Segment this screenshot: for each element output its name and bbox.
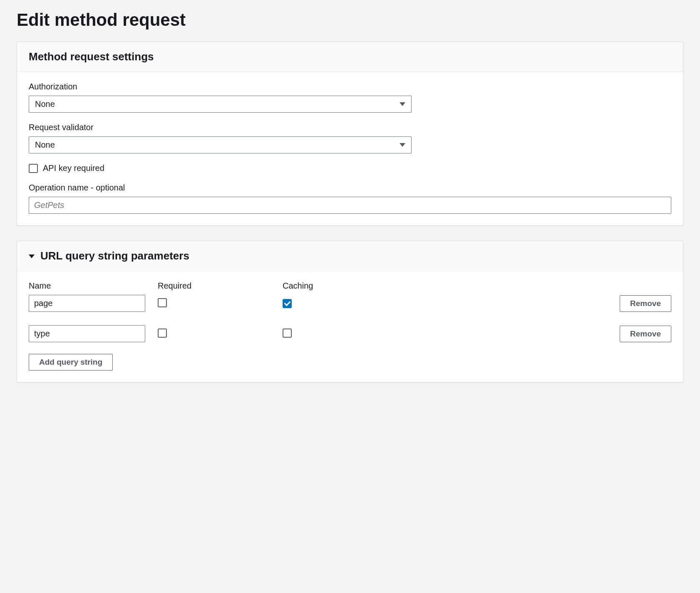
remove-query-param-button[interactable]: Remove (620, 295, 671, 312)
api-key-required-checkbox[interactable] (29, 164, 38, 173)
api-key-required-row: API key required (29, 163, 671, 173)
request-validator-select[interactable]: None (29, 136, 412, 153)
collapse-toggle[interactable] (29, 252, 35, 260)
panel-title: URL query string parameters (40, 250, 189, 262)
page-title: Edit method request (17, 10, 683, 30)
col-name-label: Name (29, 281, 149, 291)
query-param-row: Remove (29, 295, 671, 312)
request-validator-value: None (35, 140, 55, 150)
request-validator-label: Request validator (29, 123, 671, 132)
remove-query-param-button[interactable]: Remove (620, 326, 671, 342)
query-param-required-checkbox[interactable] (158, 329, 167, 338)
caret-down-icon (29, 254, 35, 258)
panel-body: Name Required Caching RemoveRemove Add q… (17, 271, 683, 382)
query-param-caching-checkbox[interactable] (283, 299, 292, 308)
operation-name-field: Operation name - optional (29, 183, 671, 214)
col-required-label: Required (158, 281, 274, 291)
method-request-settings-panel: Method request settings Authorization No… (17, 42, 683, 226)
operation-name-input[interactable] (29, 197, 671, 214)
query-param-caching-checkbox[interactable] (283, 329, 292, 338)
request-validator-field: Request validator None (29, 123, 671, 153)
operation-name-label: Operation name - optional (29, 183, 671, 193)
panel-title: Method request settings (29, 50, 154, 63)
api-key-required-label: API key required (43, 163, 104, 173)
query-param-row: Remove (29, 325, 671, 342)
authorization-value: None (35, 99, 55, 109)
caret-down-icon (400, 102, 405, 106)
url-query-string-parameters-panel: URL query string parameters Name Require… (17, 241, 683, 383)
authorization-field: Authorization None (29, 82, 671, 113)
panel-header: Method request settings (17, 42, 683, 72)
query-param-required-checkbox[interactable] (158, 298, 167, 307)
query-param-name-input[interactable] (29, 295, 145, 312)
caret-down-icon (400, 143, 405, 147)
add-query-string-button[interactable]: Add query string (29, 354, 113, 371)
panel-header: URL query string parameters (17, 241, 683, 271)
authorization-select[interactable]: None (29, 96, 412, 113)
panel-body: Authorization None Request validator Non… (17, 72, 683, 225)
col-caching-label: Caching (283, 281, 399, 291)
authorization-label: Authorization (29, 82, 671, 91)
query-param-name-input[interactable] (29, 325, 145, 342)
query-params-table-header: Name Required Caching (29, 281, 671, 291)
